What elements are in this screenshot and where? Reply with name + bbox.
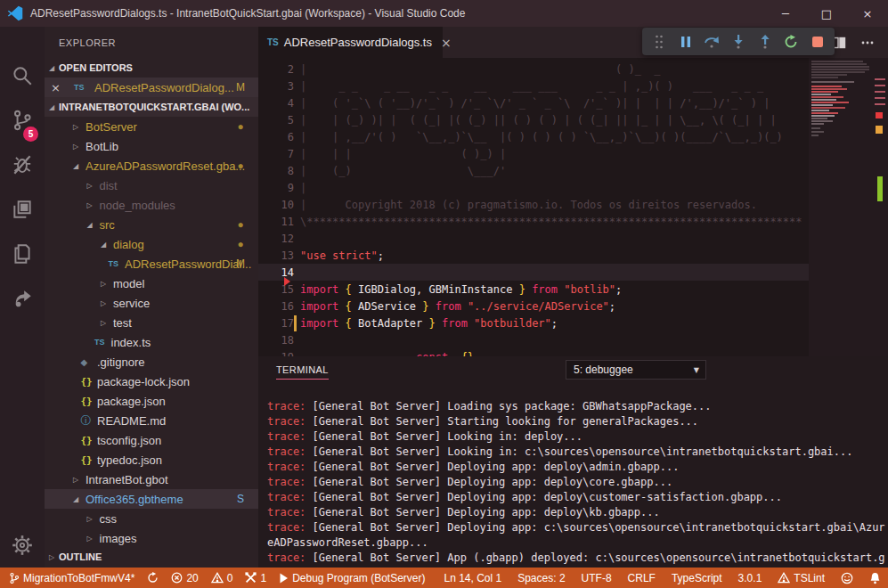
tools-item[interactable]: 1 — [245, 572, 266, 584]
sync-item[interactable] — [147, 572, 159, 584]
tree-file-index-ts[interactable]: TSindex.ts — [45, 332, 258, 352]
code-line-12[interactable]: 12 — [258, 230, 809, 247]
line-number[interactable]: 12 — [258, 233, 294, 245]
stop-button[interactable] — [806, 30, 829, 53]
tree-folder-dist[interactable]: ▷dist — [45, 176, 258, 195]
indentation-item[interactable]: Spaces: 2 — [517, 572, 565, 584]
chevron-right-icon[interactable]: ▷ — [73, 143, 78, 151]
tree-folder-src[interactable]: ◢src● — [45, 215, 258, 234]
chevron-right-icon[interactable]: ▷ — [73, 123, 78, 131]
line-number[interactable]: 8 — [258, 165, 294, 177]
code-line-8[interactable]: 8| (_) \___/' — [258, 162, 809, 179]
line-number[interactable]: 5 — [258, 114, 294, 127]
code-line-17[interactable]: 17import { BotAdapter } from "botbuilder… — [258, 314, 809, 331]
line-number[interactable]: 17 — [258, 317, 294, 330]
tree-folder-images[interactable]: ▷images — [45, 528, 258, 548]
restart-button[interactable] — [780, 30, 803, 53]
chevron-right-icon[interactable]: ▷ — [87, 515, 93, 523]
line-number[interactable]: 3 — [258, 80, 294, 93]
share-icon[interactable] — [0, 276, 45, 321]
tab-close-icon[interactable]: × — [441, 36, 452, 50]
line-number[interactable]: 9 — [258, 182, 294, 194]
line-number[interactable]: 16 — [258, 300, 294, 313]
line-number[interactable]: 10 — [258, 199, 294, 211]
code-line-14[interactable]: 14 — [258, 264, 809, 281]
chevron-down-icon[interactable]: ◢ — [73, 162, 78, 170]
terminal-output[interactable]: trace: [General Bot Server] Loading sys … — [258, 383, 888, 568]
tree-file-readme-md[interactable]: ⓘREADME.md — [45, 411, 258, 430]
step-out-button[interactable] — [754, 30, 777, 53]
tree-folder-botlib[interactable]: ▷BotLib — [45, 136, 258, 156]
tree-folder-intranetbot-gbot[interactable]: ▷IntranetBot.gbot — [45, 470, 258, 489]
debug-icon[interactable] — [0, 143, 45, 187]
documents-icon[interactable] — [0, 232, 45, 276]
tree-folder-dialog[interactable]: ◢dialog● — [45, 234, 258, 254]
tree-file-adresetpassworddial-[interactable]: TSADResetPasswordDial...M — [45, 254, 258, 274]
chevron-right-icon[interactable]: ▷ — [87, 182, 93, 190]
tree-folder-css[interactable]: ▷css — [45, 509, 258, 528]
tree-folder-model[interactable]: ▷model — [45, 274, 258, 293]
close-button[interactable]: × — [847, 0, 888, 27]
code-line-13[interactable]: 13"use strict"; — [258, 247, 809, 264]
code-line-7[interactable]: 7| | | ( )_) | — [258, 145, 809, 162]
code-line-2[interactable]: 2| ( )_ _ — [258, 61, 809, 78]
tab-terminal[interactable]: TERMINAL — [276, 360, 329, 380]
code-line-19[interactable]: 19 const {} — [258, 348, 809, 356]
tree-file-package-json[interactable]: {}package.json — [45, 391, 258, 411]
git-branch-item[interactable]: MigrationToBotFmwV4* — [9, 572, 134, 584]
language-item[interactable]: TypeScript — [672, 572, 722, 584]
line-number[interactable]: 13 — [258, 249, 294, 262]
version-item[interactable]: 3.0.1 — [738, 572, 762, 584]
tree-folder-azureadpasswordreset-gba-[interactable]: ◢AzureADPasswordReset.gba...● — [45, 156, 258, 176]
chevron-right-icon[interactable]: ▷ — [101, 299, 106, 307]
chevron-down-icon[interactable]: ◢ — [87, 221, 93, 229]
overview-ruler[interactable] — [873, 58, 888, 356]
terminal-select[interactable]: 5: debuggee ▼ — [566, 360, 706, 380]
code-line-3[interactable]: 3| _ _ _ __ _ _ __ ___ ___ _ _ | ,_)( ) … — [258, 78, 809, 94]
source-control-icon[interactable]: 5 — [0, 98, 45, 143]
workspace-header[interactable]: ◢ INTRANETBOTQUICKSTART.GBAI (WO... — [45, 97, 258, 117]
debug-program-item[interactable]: Debug Program (BotServer) — [279, 572, 425, 584]
close-icon[interactable]: × — [51, 81, 61, 94]
tree-file-tsconfig-json[interactable]: {}tsconfig.json — [45, 430, 258, 450]
tslint-item[interactable]: TSLint — [778, 572, 825, 584]
chevron-right-icon[interactable]: ▷ — [73, 476, 78, 484]
drag-handle[interactable] — [648, 30, 671, 53]
chevron-right-icon[interactable]: ▷ — [101, 319, 106, 327]
code-line-4[interactable]: 4| ( '_`\ ( '__)/'_` ) /'_ `\/' _ ` _ `\… — [258, 94, 809, 111]
tab-adresetpassworddialogs[interactable]: TS ADResetPasswordDialogs.ts × — [258, 27, 443, 58]
tree-folder-node-modules[interactable]: ▷node_modules — [45, 195, 258, 215]
code-line-16[interactable]: 16import { ADService } from "../service/… — [258, 298, 809, 314]
tree-file-typedoc-json[interactable]: {}typedoc.json — [45, 450, 258, 470]
code-line-10[interactable]: 10| Copyright 2018 (c) pragmatismo.io. T… — [258, 196, 809, 213]
code-line-11[interactable]: 11\*************************************… — [258, 213, 809, 230]
search-icon[interactable] — [0, 53, 45, 98]
open-editors-header[interactable]: ◢ OPEN EDITORS — [45, 58, 258, 78]
settings-gear-icon[interactable] — [0, 523, 45, 568]
outline-header[interactable]: ▷ OUTLINE — [45, 547, 258, 567]
line-number[interactable]: 11 — [258, 216, 294, 228]
feedback-smiley-icon[interactable] — [841, 572, 853, 584]
line-number[interactable]: 18 — [258, 334, 294, 347]
chevron-right-icon[interactable]: ▷ — [101, 280, 106, 288]
cursor-position-item[interactable]: Ln 14, Col 1 — [444, 572, 501, 584]
line-number[interactable]: 6 — [258, 131, 294, 143]
code-editor[interactable]: 2| ( )_ _3| _ _ _ __ _ _ __ ___ ___ _ _ … — [258, 58, 809, 356]
chevron-down-icon[interactable]: ◢ — [101, 241, 106, 249]
encoding-item[interactable]: UTF-8 — [582, 572, 612, 584]
step-into-button[interactable] — [727, 30, 750, 53]
more-actions-icon[interactable] — [854, 27, 881, 58]
tree-folder-service[interactable]: ▷service — [45, 293, 258, 313]
code-line-15[interactable]: 15import { IGBDialog, GBMinInstance } fr… — [258, 281, 809, 298]
code-line-6[interactable]: 6| | ,__/'( ) `\__,_)`\__ |( ) ( ) ( ) `… — [258, 128, 809, 145]
open-editor-item[interactable]: × TS ADResetPasswordDialog... M — [45, 78, 258, 97]
tree-folder-botserver[interactable]: ▷BotServer● — [45, 117, 258, 136]
extensions-icon[interactable] — [0, 187, 45, 232]
minimize-button[interactable]: ─ — [765, 0, 806, 27]
tree-file--gitignore[interactable]: ◆.gitignore — [45, 352, 258, 372]
chevron-right-icon[interactable]: ▷ — [87, 535, 93, 543]
line-number[interactable]: 2 — [258, 63, 294, 76]
tree-folder-office365-gbtheme[interactable]: ◢Office365.gbthemeS — [45, 489, 258, 509]
chevron-right-icon[interactable]: ▷ — [87, 201, 93, 209]
pause-button[interactable] — [674, 30, 697, 53]
